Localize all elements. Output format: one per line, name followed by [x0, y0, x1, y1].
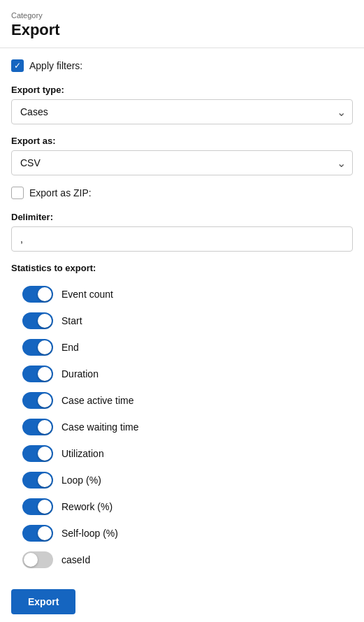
stat-row: Start [22, 308, 353, 333]
delimiter-group: Delimiter: [11, 212, 353, 252]
stat-toggle-self-loop[interactable] [22, 525, 53, 542]
stat-label-caseid: caseId [61, 554, 90, 565]
stat-label-loop: Loop (%) [61, 475, 101, 486]
statistics-title: Statistics to export: [11, 263, 353, 273]
toggle-knob-end [38, 340, 52, 354]
stat-label-rework: Rework (%) [61, 501, 112, 512]
export-button[interactable]: Export [11, 589, 75, 614]
page-title: Export [11, 21, 353, 39]
stat-row: Rework (%) [22, 494, 353, 519]
export-type-group: Export type: Cases Events Activities ⌄ [11, 85, 353, 124]
stat-row: Duration [22, 361, 353, 386]
stat-toggle-end[interactable] [22, 339, 53, 356]
check-icon: ✓ [14, 62, 21, 70]
export-type-select[interactable]: Cases Events Activities [11, 99, 353, 124]
statistics-section: Statistics to export: Event countStartEn… [11, 263, 353, 572]
export-as-select[interactable]: CSV XLSX JSON [11, 150, 353, 175]
stat-row: Case waiting time [22, 414, 353, 440]
toggle-knob-utilization [38, 447, 52, 461]
stat-toggle-event-count[interactable] [22, 286, 53, 303]
stat-toggle-start[interactable] [22, 312, 53, 329]
apply-filters-checkbox[interactable]: ✓ [11, 59, 24, 72]
stat-row: Loop (%) [22, 468, 353, 493]
stat-row: caseId [22, 547, 353, 572]
stat-label-self-loop: Self-loop (%) [61, 528, 118, 539]
toggle-knob-case-active-time [38, 393, 52, 407]
export-as-group: Export as: CSV XLSX JSON ⌄ [11, 136, 353, 175]
stat-label-end: End [61, 342, 79, 353]
toggle-knob-loop [38, 473, 52, 487]
stat-row: Utilization [22, 441, 353, 466]
export-zip-row: Export as ZIP: [11, 187, 353, 199]
statistics-list: Event countStartEndDurationCase active t… [11, 282, 353, 572]
toggle-knob-rework [38, 500, 52, 514]
stat-toggle-duration[interactable] [22, 366, 53, 382]
export-as-label: Export as: [11, 136, 353, 146]
toggle-knob-caseid [24, 553, 38, 567]
stat-toggle-rework[interactable] [22, 498, 53, 515]
stat-row: Self-loop (%) [22, 521, 353, 546]
export-zip-checkbox[interactable] [11, 187, 24, 199]
toggle-knob-event-count [38, 287, 52, 301]
stat-label-event-count: Event count [61, 289, 113, 300]
header: Category Export [0, 0, 364, 48]
delimiter-input[interactable] [11, 226, 353, 252]
stat-toggle-case-active-time[interactable] [22, 392, 53, 409]
toggle-knob-start [38, 314, 52, 328]
stat-toggle-utilization[interactable] [22, 445, 53, 462]
toggle-knob-case-waiting-time [38, 420, 52, 434]
export-as-select-wrapper: CSV XLSX JSON ⌄ [11, 150, 353, 175]
stat-label-utilization: Utilization [61, 448, 104, 459]
apply-filters-label: Apply filters: [29, 60, 82, 71]
stat-toggle-caseid[interactable] [22, 551, 53, 568]
stat-label-case-waiting-time: Case waiting time [61, 421, 139, 433]
stat-toggle-case-waiting-time[interactable] [22, 419, 53, 435]
export-type-select-wrapper: Cases Events Activities ⌄ [11, 99, 353, 124]
stat-label-case-active-time: Case active time [61, 395, 133, 406]
export-type-label: Export type: [11, 85, 353, 95]
stat-row: Case active time [22, 388, 353, 413]
stat-label-start: Start [61, 315, 82, 326]
stat-row: End [22, 335, 353, 360]
export-zip-label: Export as ZIP: [29, 187, 92, 198]
delimiter-label: Delimiter: [11, 212, 353, 222]
toggle-knob-self-loop [38, 526, 52, 540]
toggle-knob-duration [38, 367, 52, 381]
apply-filters-row: ✓ Apply filters: [11, 59, 353, 72]
content: ✓ Apply filters: Export type: Cases Even… [0, 48, 364, 622]
stat-label-duration: Duration [61, 368, 99, 379]
stat-toggle-loop[interactable] [22, 472, 53, 489]
category-label: Category [11, 11, 353, 20]
stat-row: Event count [22, 282, 353, 307]
